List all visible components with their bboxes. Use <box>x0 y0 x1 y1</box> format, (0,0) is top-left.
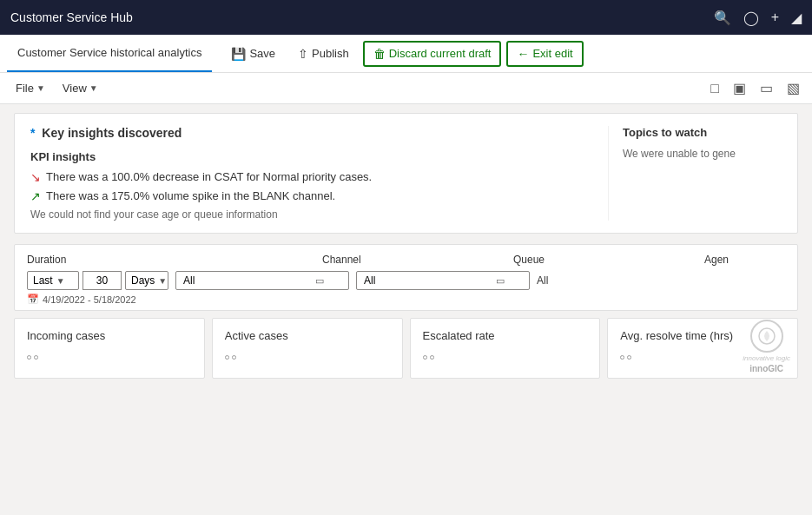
loading-dot <box>430 355 434 360</box>
topics-title: Topics to watch <box>623 126 782 139</box>
file-menu[interactable]: File ▼ <box>9 78 52 98</box>
kpi-item-2: ↗ There was a 175.0% volume spike in the… <box>30 189 591 203</box>
loading-dot <box>627 355 631 360</box>
kpi-insights-title: KPI insights <box>30 150 591 163</box>
innologic-circle-icon <box>757 327 776 346</box>
kpi-card-title-escalated: Escalated rate <box>423 329 588 342</box>
kpi-card-resolve: Avg. resolve time (hrs) innovative logic… <box>607 318 798 379</box>
calendar-icon: 📅 <box>27 294 39 305</box>
channel-label: Channel <box>322 254 513 266</box>
insights-title: * Key insights discovered <box>30 126 591 140</box>
filter-controls: Last ▼ Days ▼ All ▭ All ▭ All <box>27 271 785 290</box>
search-icon[interactable]: 🔍 <box>714 10 731 26</box>
last-select[interactable]: Last ▼ <box>27 271 79 290</box>
secondary-toolbar: File ▼ View ▼ □ ▣ ▭ ▧ <box>0 73 812 104</box>
filter-labels: Duration Channel Queue Agen <box>27 254 785 266</box>
trash-icon: 🗑 <box>373 47 386 61</box>
top-navigation: Customer Service Hub 🔍 ◯ + ◢ <box>0 0 812 35</box>
filter-icon[interactable]: ◢ <box>791 10 802 26</box>
tab-actions: 💾 Save ⇧ Publish 🗑 Discard current draft… <box>222 35 583 72</box>
kpi-item-1: ↘ There was a 100.0% decrease in CSAT fo… <box>30 170 591 184</box>
discard-button[interactable]: 🗑 Discard current draft <box>363 41 502 67</box>
app-title: Customer Service Hub <box>10 10 705 24</box>
chevron-down-icon: ▼ <box>36 83 45 93</box>
filters-row: Duration Channel Queue Agen Last ▼ Days … <box>14 244 798 311</box>
kpi-card-escalated: Escalated rate <box>410 318 601 379</box>
duration-filter-group: Last ▼ Days ▼ <box>27 271 168 290</box>
agent-label: Agen <box>704 254 785 266</box>
kpi-cards-row: Incoming cases Active cases Escalated ra… <box>14 318 798 379</box>
queue-label: Queue <box>513 254 704 266</box>
days-number-input[interactable] <box>83 271 122 290</box>
loading-escalated <box>423 355 434 360</box>
nav-icons: 🔍 ◯ + ◢ <box>714 10 802 26</box>
kpi-card-incoming: Incoming cases <box>14 318 205 379</box>
loading-dot <box>225 355 229 360</box>
expand-icon: ▭ <box>496 275 505 287</box>
active-tab[interactable]: Customer Service historical analytics <box>7 35 212 72</box>
exit-icon: ← <box>517 47 529 61</box>
queue-select[interactable]: All ▭ <box>356 271 530 290</box>
watermark-company: innovative logic <box>743 354 790 363</box>
arrow-down-icon: ↘ <box>30 170 41 184</box>
date-range: 📅 4/19/2022 - 5/18/2022 <box>27 294 785 305</box>
save-button[interactable]: 💾 Save <box>222 43 284 65</box>
loading-active <box>225 355 236 360</box>
expand-icon: ▭ <box>315 275 324 287</box>
days-select[interactable]: Days ▼ <box>125 271 168 290</box>
tab-bar: Customer Service historical analytics 💾 … <box>0 35 812 73</box>
topics-content: We were unable to gene <box>623 148 782 160</box>
grid-icon[interactable]: ▧ <box>783 76 803 100</box>
exit-edit-button[interactable]: ← Exit edit <box>506 41 583 67</box>
loading-incoming <box>27 355 38 360</box>
loading-dot <box>423 355 427 360</box>
chevron-down-icon: ▼ <box>89 83 98 93</box>
main-content: * Key insights discovered KPI insights ↘… <box>0 104 812 515</box>
comment-icon[interactable]: □ <box>707 77 723 100</box>
loading-dot <box>34 355 38 360</box>
publish-icon: ⇧ <box>298 47 308 61</box>
loading-dot <box>620 355 624 360</box>
save-icon: 💾 <box>231 47 246 61</box>
asterisk-icon: * <box>30 126 35 140</box>
kpi-card-title-active: Active cases <box>225 329 390 342</box>
agent-value: All <box>537 274 548 287</box>
toolbar-right-icons: □ ▣ ▭ ▧ <box>707 76 803 100</box>
arrow-up-icon: ↗ <box>30 189 41 203</box>
insights-card: * Key insights discovered KPI insights ↘… <box>14 113 798 234</box>
publish-button[interactable]: ⇧ Publish <box>289 43 358 65</box>
chevron-down-icon: ▼ <box>158 276 167 286</box>
view-menu[interactable]: View ▼ <box>56 78 105 98</box>
loading-dot <box>27 355 31 360</box>
kpi-card-title-incoming: Incoming cases <box>27 329 192 342</box>
monitor-icon[interactable]: ▣ <box>729 76 749 100</box>
watermark-brand: innoGIC <box>749 363 783 374</box>
kpi-card-active: Active cases <box>212 318 403 379</box>
insights-right: Topics to watch We were unable to gene <box>608 126 782 221</box>
loading-resolve <box>620 355 631 360</box>
bell-icon[interactable]: ◯ <box>743 10 759 26</box>
watermark-logo: innovative logic innoGIC <box>743 320 790 374</box>
plus-icon[interactable]: + <box>771 10 779 25</box>
channel-select[interactable]: All ▭ <box>175 271 349 290</box>
expand-icon[interactable]: ▭ <box>756 76 776 100</box>
chevron-down-icon: ▼ <box>56 276 65 286</box>
insights-left: * Key insights discovered KPI insights ↘… <box>30 126 591 221</box>
kpi-note: We could not find your case age or queue… <box>30 208 591 221</box>
loading-dot <box>232 355 236 360</box>
duration-label: Duration <box>27 254 322 266</box>
